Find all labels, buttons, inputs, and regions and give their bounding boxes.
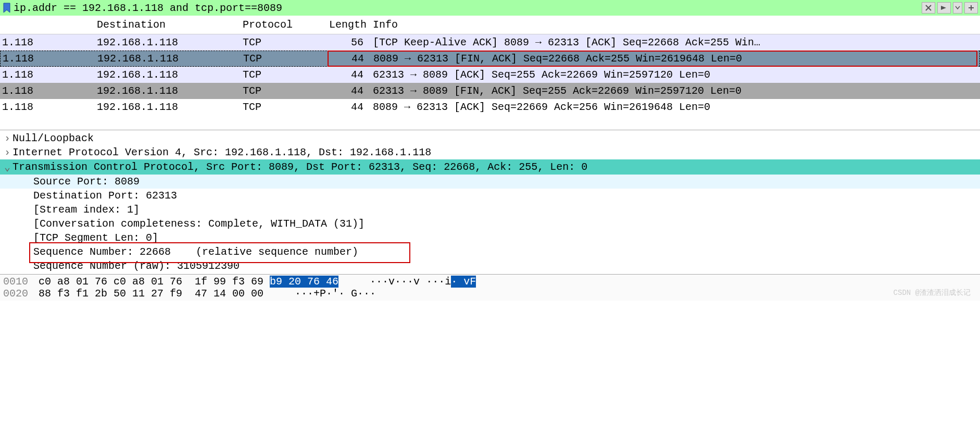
- cell-destination: 192.168.1.118: [94, 85, 240, 97]
- hex-offset: 0020: [0, 288, 39, 300]
- detail-sequence-number[interactable]: Sequence Number: 22668 (relative sequenc…: [0, 245, 360, 259]
- detail-text: Sequence Number: 22668 (relative sequenc…: [33, 246, 358, 258]
- packet-row[interactable]: 1.118 192.168.1.118 TCP 56 [TCP Keep-Ali…: [0, 34, 980, 51]
- apply-filter-button[interactable]: [937, 2, 951, 14]
- packet-row[interactable]: 1.118 192.168.1.118 TCP 44 62313 → 8089 …: [0, 83, 980, 99]
- cell-source: 1.118: [0, 69, 94, 81]
- expand-icon[interactable]: ›: [2, 146, 12, 158]
- hex-row[interactable]: 0020 88 f3 f1 2b 50 11 27 f9 47 14 00 00…: [0, 288, 980, 300]
- cell-protocol: TCP: [240, 101, 326, 113]
- watermark-text: CSDN @渣渣洒泪成长记: [894, 288, 971, 297]
- cell-source: 1.118: [0, 85, 94, 97]
- packet-details-pane: › Null/Loopback › Internet Protocol Vers…: [0, 130, 980, 274]
- hex-bytes: 88 f3 f1 2b 50 11 27 f9 47 14 00 00: [39, 288, 263, 300]
- column-info[interactable]: Info: [367, 19, 980, 31]
- hex-ascii: ···+P·'· G···: [263, 288, 376, 300]
- packet-list-header: Destination Protocol Length Info: [0, 16, 980, 34]
- collapse-icon[interactable]: ⌄: [2, 160, 12, 173]
- cell-source: 1.118: [0, 36, 94, 48]
- cell-info: 62313 → 8089 [FIN, ACK] Seq=255 Ack=2266…: [367, 85, 980, 97]
- expand-icon[interactable]: ›: [2, 132, 12, 144]
- cell-destination: 192.168.1.118: [94, 101, 240, 113]
- hex-ascii-selected: · vF: [451, 276, 476, 288]
- detail-source-port[interactable]: Source Port: 8089: [0, 175, 980, 189]
- cell-info: 8089 → 62313 [FIN, ACK] Seq=22668 Ack=25…: [367, 53, 979, 65]
- column-protocol[interactable]: Protocol: [240, 19, 326, 31]
- display-filter-input[interactable]: [14, 2, 920, 14]
- detail-stream-index[interactable]: [Stream index: 1]: [0, 203, 980, 217]
- detail-text: [Stream index: 1]: [33, 204, 140, 216]
- filter-bar: [0, 0, 980, 16]
- cell-info: 8089 → 62313 [ACK] Seq=22669 Ack=256 Win…: [367, 101, 980, 113]
- hex-dump-pane: 0010 c0 a8 01 76 c0 a8 01 76 1f 99 f3 69…: [0, 274, 980, 301]
- packet-list: 1.118 192.168.1.118 TCP 56 [TCP Keep-Ali…: [0, 34, 980, 130]
- cell-info: 62313 → 8089 [ACK] Seq=255 Ack=22669 Win…: [367, 69, 980, 81]
- cell-destination: 192.168.1.118: [94, 36, 240, 48]
- cell-length: 44: [326, 85, 367, 97]
- detail-null-loopback[interactable]: › Null/Loopback: [0, 131, 980, 145]
- add-filter-button[interactable]: [964, 2, 978, 14]
- clear-filter-button[interactable]: [922, 2, 935, 14]
- cell-protocol: TCP: [240, 69, 326, 81]
- packet-row[interactable]: 1.118 192.168.1.118 TCP 44 62313 → 8089 …: [0, 67, 980, 83]
- detail-conversation-completeness[interactable]: [Conversation completeness: Complete, WI…: [0, 217, 980, 231]
- cell-protocol: TCP: [240, 53, 326, 65]
- detail-text: Destination Port: 62313: [33, 190, 177, 202]
- hex-bytes-selected: b9 20 76 46: [270, 276, 338, 288]
- cell-length: 56: [326, 36, 367, 48]
- column-length[interactable]: Length: [326, 19, 367, 31]
- detail-text: Transmission Control Protocol, Src Port:…: [12, 161, 587, 173]
- cell-destination: 192.168.1.118: [94, 53, 240, 65]
- detail-text: Sequence Number (raw): 3105912390: [33, 260, 240, 272]
- detail-dest-port[interactable]: Destination Port: 62313: [0, 189, 980, 203]
- detail-text: [TCP Segment Len: 0]: [33, 232, 158, 244]
- column-destination[interactable]: Destination: [94, 19, 240, 31]
- column-source[interactable]: [0, 19, 94, 31]
- filter-history-dropdown[interactable]: [953, 2, 962, 14]
- detail-tcp[interactable]: ⌄ Transmission Control Protocol, Src Por…: [0, 159, 980, 175]
- cell-protocol: TCP: [240, 36, 326, 48]
- packet-row-selected[interactable]: 1.118 192.168.1.118 TCP 44 8089 → 62313 …: [0, 51, 980, 67]
- hex-ascii: ···v···v ···i· vF: [338, 276, 476, 288]
- cell-source: 1.118: [1, 53, 94, 65]
- detail-text: Source Port: 8089: [33, 176, 140, 188]
- cell-info: [TCP Keep-Alive ACK] 8089 → 62313 [ACK] …: [367, 36, 980, 48]
- detail-tcp-segment-len[interactable]: [TCP Segment Len: 0]: [0, 231, 980, 245]
- detail-sequence-number-raw[interactable]: Sequence Number (raw): 3105912390: [0, 259, 980, 273]
- detail-text: [Conversation completeness: Complete, WI…: [33, 218, 365, 230]
- cell-length: 44: [326, 69, 367, 81]
- cell-length: 44: [326, 101, 367, 113]
- bookmark-icon[interactable]: [2, 2, 11, 14]
- cell-length: 44: [326, 53, 367, 65]
- cell-destination: 192.168.1.118: [94, 69, 240, 81]
- detail-ipv4[interactable]: › Internet Protocol Version 4, Src: 192.…: [0, 145, 980, 159]
- hex-offset: 0010: [0, 276, 39, 288]
- hex-row[interactable]: 0010 c0 a8 01 76 c0 a8 01 76 1f 99 f3 69…: [0, 276, 980, 288]
- hex-bytes: c0 a8 01 76 c0 a8 01 76 1f 99 f3 69 b9 2…: [39, 276, 338, 288]
- cell-source: 1.118: [0, 101, 94, 113]
- detail-text: Internet Protocol Version 4, Src: 192.16…: [12, 146, 431, 158]
- packet-row[interactable]: 1.118 192.168.1.118 TCP 44 8089 → 62313 …: [0, 99, 980, 115]
- detail-text: Null/Loopback: [12, 132, 94, 144]
- cell-protocol: TCP: [240, 85, 326, 97]
